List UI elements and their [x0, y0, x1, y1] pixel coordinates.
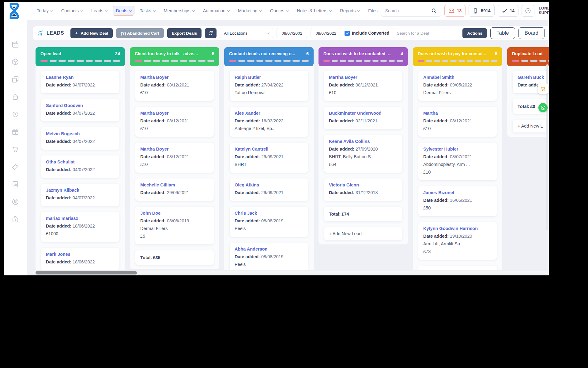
- lead-name[interactable]: Mark Jones: [46, 252, 115, 257]
- refresh-button[interactable]: [205, 28, 217, 38]
- nav-item-marketing[interactable]: Marketing: [235, 6, 265, 16]
- lead-card[interactable]: Keane Avila CollinsDate added: 27/09/202…: [324, 135, 402, 173]
- nav-item-tasks[interactable]: Tasks: [137, 6, 158, 16]
- lead-card[interactable]: Chris JackDate added: 08/08/2019Peels: [230, 207, 308, 237]
- add-new-lead-card[interactable]: + Add New Lead: [324, 227, 402, 240]
- add-new-deal-button[interactable]: + Add New Deal: [70, 28, 113, 38]
- lead-card[interactable]: Sylvester HublerDate added: 08/07/2021Ab…: [418, 143, 497, 180]
- nav-item-quotes[interactable]: Quotes: [267, 6, 292, 16]
- lead-card[interactable]: Martha BoyerDate added: 08/12/2021£10: [135, 143, 214, 173]
- horizontal-scrollbar-thumb[interactable]: [36, 271, 137, 274]
- lead-card[interactable]: MarthaDate added: 08/12/2021£10: [418, 107, 497, 137]
- lead-name[interactable]: John Doe: [140, 211, 209, 216]
- account-icon[interactable]: [11, 198, 19, 206]
- column-header[interactable]: Open lead24: [36, 47, 125, 66]
- lead-name[interactable]: Martha Boyer: [140, 75, 209, 80]
- lead-card[interactable]: Alee XanderDate added: 16/03/2022Anti-ag…: [230, 107, 308, 137]
- jar-icon[interactable]: [11, 93, 19, 101]
- abandoned-cart-floating-button[interactable]: [538, 83, 548, 94]
- lead-card[interactable]: Oleg AtkinsDate added: 29/09/2021: [230, 178, 308, 201]
- deal-search-input[interactable]: [393, 28, 444, 38]
- lead-name[interactable]: Ralph Butler: [235, 75, 303, 80]
- lead-card[interactable]: Leanne RyanDate added: 04/07/2022: [41, 71, 119, 93]
- lead-card[interactable]: James BizonetDate added: 16/06/2021£50: [418, 186, 497, 216]
- lead-name[interactable]: Abba Anderson: [235, 247, 303, 251]
- lead-card[interactable]: Sanford GoodwinDate added: 04/07/2022: [41, 99, 119, 121]
- lead-card[interactable]: Jazmyn KilbackDate added: 04/07/2022: [41, 184, 119, 206]
- column-header[interactable]: Duplicate Lead: [507, 47, 549, 66]
- nav-item-today[interactable]: Today: [34, 6, 56, 16]
- nav-item-reports[interactable]: Reports: [337, 6, 363, 16]
- nav-item-deals[interactable]: Deals: [113, 6, 134, 16]
- lead-card[interactable]: [418, 266, 497, 270]
- lead-card[interactable]: Victoria GlennDate added: 31/12/2018: [324, 178, 402, 201]
- whatsapp-floating-button[interactable]: [538, 103, 548, 112]
- gift-icon[interactable]: [11, 128, 19, 136]
- calendar-icon[interactable]: 12: [11, 40, 19, 48]
- nav-item-contacts[interactable]: Contacts: [58, 6, 86, 16]
- lead-name[interactable]: mariax mariasx: [46, 216, 115, 221]
- app-logo-hourglass-icon[interactable]: [7, 3, 21, 19]
- help-button[interactable]: ?: [522, 5, 534, 17]
- add-new-lead-card[interactable]: + Add New L: [513, 120, 549, 132]
- lead-card[interactable]: Melvin BogisichDate added: 04/07/2022: [41, 127, 119, 150]
- lead-name[interactable]: Katelyn Cantrell: [235, 147, 303, 151]
- board-view-button[interactable]: Board: [518, 27, 545, 39]
- lead-name[interactable]: Martha Boyer: [329, 75, 398, 80]
- column-header[interactable]: Client too busy to talk - advis...5: [130, 47, 219, 66]
- column-total-card[interactable]: Total:£35: [135, 250, 214, 265]
- lead-name[interactable]: Alee Xander: [235, 111, 303, 116]
- report-icon[interactable]: [11, 180, 19, 188]
- lead-name[interactable]: Martha: [423, 111, 492, 116]
- lead-name[interactable]: Kylynn Goodwin Harrison: [423, 226, 492, 231]
- actions-button[interactable]: Actions: [462, 28, 487, 38]
- lead-name[interactable]: Keane Avila Collins: [329, 139, 398, 144]
- lead-name[interactable]: Martha Boyer: [140, 147, 209, 151]
- nav-item-memberships[interactable]: Memberships: [161, 6, 198, 16]
- lead-name[interactable]: James Bizonet: [423, 190, 492, 195]
- nav-item-automation[interactable]: Automation: [200, 6, 232, 16]
- lead-name[interactable]: Martha Boyer: [140, 111, 209, 116]
- lead-name[interactable]: Sylvester Hubler: [423, 147, 492, 151]
- date-from-input[interactable]: [277, 28, 307, 38]
- lead-name[interactable]: Chris Jack: [235, 211, 303, 216]
- lead-card[interactable]: Martha BoyerDate added: 08/12/2021£10: [135, 71, 214, 101]
- lead-card[interactable]: Martha BoyerDate added: 08/12/2021£10: [324, 71, 402, 101]
- lead-card[interactable]: Kylynn Goodwin HarrisonDate added: 19/10…: [418, 222, 497, 260]
- nav-item-leads[interactable]: Leads: [88, 6, 111, 16]
- copy-icon[interactable]: [11, 75, 19, 83]
- date-to-input[interactable]: [311, 28, 341, 38]
- lead-name[interactable]: Oleg Atkins: [235, 182, 303, 187]
- lead-card[interactable]: Ralph ButlerDate added: 27/04/2022Tattoo…: [230, 71, 308, 101]
- lead-card[interactable]: Mark JonesDate added: 18/06/2022: [41, 248, 119, 270]
- lead-name[interactable]: Annabel Smith: [423, 75, 492, 80]
- lead-card[interactable]: Buckminster UnderwoodDate added: 02/11/2…: [324, 107, 402, 129]
- lead-card[interactable]: Martha BoyerDate added: 08/12/2021£10: [135, 107, 214, 137]
- location-select[interactable]: All Locations: [220, 28, 273, 38]
- lead-name[interactable]: Jazmyn Kilback: [46, 188, 115, 193]
- tasks-badge[interactable]: 14: [498, 5, 519, 17]
- tag-icon[interactable]: [11, 163, 19, 171]
- nav-item-files[interactable]: Files: [365, 6, 381, 16]
- column-header[interactable]: Contact details not receiving o...6: [224, 47, 314, 66]
- abandoned-cart-button[interactable]: (?) Abandoned Cart: [116, 28, 164, 38]
- lead-card[interactable]: mariax mariasxDate added: 18/06/2022£100…: [41, 212, 119, 242]
- history-icon[interactable]: [11, 110, 19, 118]
- column-header[interactable]: Does not wish to pay for consul...5: [413, 47, 502, 66]
- lead-name[interactable]: Melvin Bogisich: [46, 131, 115, 136]
- export-deals-button[interactable]: Export Deals: [167, 28, 202, 38]
- horizontal-scrollbar-track[interactable]: [33, 271, 549, 274]
- lead-card[interactable]: John DoeDate added: 08/08/2019Dermal Fil…: [135, 207, 214, 244]
- column-header[interactable]: Does not wish to be contacted -...4: [318, 47, 408, 66]
- lead-name[interactable]: Sanford Goodwin: [46, 103, 115, 108]
- lead-name[interactable]: Leanne Ryan: [46, 75, 115, 80]
- lead-card[interactable]: Katelyn CantrellDate added: 29/09/2021BH…: [230, 143, 308, 173]
- lead-name[interactable]: Gareth Buck: [518, 75, 549, 80]
- mail-badge[interactable]: 13: [444, 5, 466, 17]
- search-button[interactable]: [427, 5, 441, 16]
- column-total-card[interactable]: Total:£74: [324, 207, 402, 221]
- phone-badge[interactable]: 5914: [469, 5, 494, 17]
- lead-name[interactable]: Victoria Glenn: [329, 182, 398, 187]
- lead-name[interactable]: Mechelle Gilliam: [140, 182, 209, 187]
- lead-name[interactable]: Otha Schulist: [46, 159, 115, 164]
